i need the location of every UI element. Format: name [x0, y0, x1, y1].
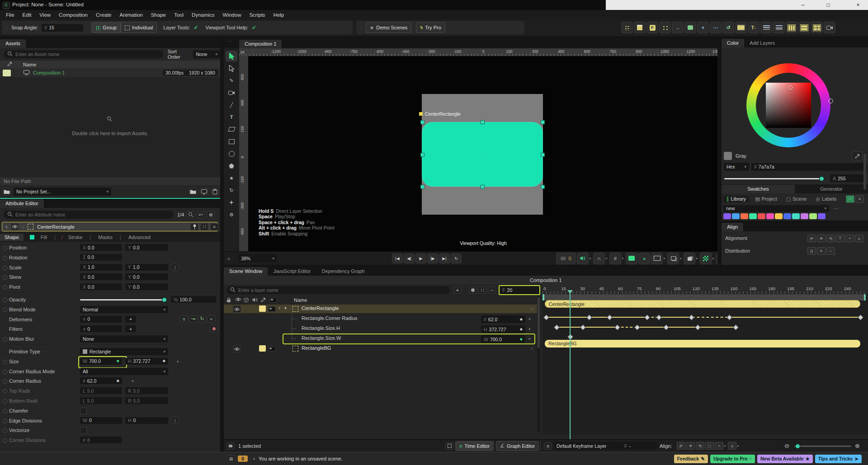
f-badge-icon[interactable]: F	[646, 22, 658, 33]
list-scrollbar-thumb[interactable]	[538, 297, 540, 348]
keyframe-toggle-icon[interactable]	[3, 419, 7, 423]
rectangle-tool[interactable]	[226, 136, 237, 147]
select-tool[interactable]	[226, 51, 237, 61]
attribute-field[interactable]: Y0.0	[125, 273, 168, 280]
sv-cursor[interactable]	[788, 85, 793, 90]
timeline-zoom-knob[interactable]	[795, 444, 800, 449]
link-fields-icon[interactable]: ↕	[171, 263, 179, 271]
alpha-slider[interactable]	[724, 178, 823, 179]
layers-button[interactable]	[667, 253, 679, 264]
timeline-zoom-slider[interactable]	[794, 446, 851, 447]
camera-toggle-icon[interactable]	[269, 297, 277, 303]
eye-icon[interactable]	[233, 305, 241, 313]
speaker-icon[interactable]	[252, 297, 258, 302]
drag-grip-icon[interactable]: ⋮	[359, 25, 363, 30]
route-arrow-icon[interactable]: →	[672, 22, 684, 33]
grid-button[interactable]: #	[609, 253, 621, 264]
new-beta-available-button[interactable]: New Beta Available★	[757, 455, 813, 463]
layer-row-rectanglebg[interactable]: RectangleBG○	[224, 344, 537, 353]
attribute-field[interactable]: R5.0	[125, 387, 168, 394]
stagger-b-icon[interactable]	[773, 22, 785, 33]
menu-scripts[interactable]: Scripts	[245, 12, 269, 18]
scatter-dots-icon[interactable]	[659, 22, 671, 33]
camera-tool[interactable]	[226, 87, 237, 98]
attribute-field[interactable]: #62.0◆	[80, 377, 122, 384]
expander-icon[interactable]: ▸	[606, 256, 608, 260]
eyedropper-icon[interactable]	[261, 297, 266, 302]
keyframe-toggle-icon[interactable]	[3, 337, 7, 342]
add-button[interactable]: +	[125, 325, 136, 332]
individual-button[interactable]: Individual	[121, 22, 157, 33]
star-tool[interactable]: ★	[226, 173, 237, 183]
expander-icon[interactable]: ▸	[724, 444, 726, 448]
keyframe-diamond[interactable]	[554, 324, 560, 330]
monitor-icon[interactable]	[200, 188, 208, 195]
keyframe-diamond[interactable]	[607, 315, 613, 320]
color-swatch-1[interactable]	[732, 213, 740, 219]
attribute-field[interactable]: Y0.0	[125, 244, 168, 251]
distribute-v-button[interactable]: ≡	[817, 247, 826, 255]
graph-icon[interactable]: ↝	[189, 315, 197, 323]
attribute-field[interactable]: X1.0	[80, 264, 122, 271]
attribute-field[interactable]: L5.0	[80, 397, 122, 404]
attribute-field[interactable]: Z0.0	[80, 254, 122, 261]
step-back-button[interactable]: ◀|	[404, 254, 415, 263]
options-dots-icon[interactable]: ∷	[200, 223, 208, 230]
color-swatch-7[interactable]	[783, 213, 791, 219]
target-circle-icon[interactable]: ○	[530, 306, 533, 311]
color-swatch-6[interactable]	[775, 213, 783, 219]
keyframe-toggle-icon[interactable]	[3, 266, 7, 270]
selection-handle[interactable]	[420, 120, 425, 124]
attribute-field[interactable]: ≡0	[80, 325, 122, 332]
tab-assets[interactable]: Assets	[0, 39, 26, 48]
opacity-field[interactable]: %100.0	[171, 296, 216, 303]
stagger-a-icon[interactable]	[760, 22, 772, 33]
splitter[interactable]	[717, 38, 722, 265]
selection-handle[interactable]	[481, 120, 485, 124]
tab-library[interactable]: ∥Library	[723, 196, 749, 202]
link-fields-icon[interactable]: ↕	[171, 417, 179, 424]
expander-icon[interactable]: ▸	[696, 256, 698, 260]
color-swatch-2[interactable]	[741, 213, 748, 219]
keyframe-toggle-icon[interactable]	[3, 399, 7, 404]
expander-icon[interactable]: ▸	[664, 256, 665, 260]
distribute-h-button[interactable]: |∣	[807, 247, 816, 255]
attribute-field[interactable]: X0.0	[80, 283, 122, 290]
timeline-area[interactable]: 0153045607590105120135150165180195210225…	[542, 285, 868, 435]
menu-help[interactable]: Help	[269, 12, 288, 18]
viewport-tool-help-check-icon[interactable]: ✓	[252, 24, 256, 31]
tag-counter-button[interactable]: 0	[556, 253, 576, 264]
keyframe-diamond[interactable]	[689, 315, 694, 320]
cube-icon[interactable]	[634, 22, 646, 33]
keyframe-diamond[interactable]	[614, 324, 620, 330]
eyedropper-button[interactable]	[852, 151, 863, 160]
tab-scene-window[interactable]: Scene Window	[224, 267, 268, 276]
align-left-button[interactable]: |≡	[807, 235, 816, 242]
add-layer-icon[interactable]: +	[453, 287, 462, 294]
saturation-value-box[interactable]	[766, 83, 811, 128]
layer-row-rectangle-size-h[interactable]: Rectangle.Size.HH372.727◆▸	[224, 324, 537, 333]
graph-editor-button[interactable]: ∠Graph Editor	[496, 441, 539, 451]
timeline-ruler[interactable]: 0153045607590105120135150165180195210225…	[542, 285, 868, 294]
log-icon[interactable]: ▤	[227, 455, 235, 462]
attribute-dropdown[interactable]: None▾	[80, 335, 168, 343]
keyframe-toggle-icon[interactable]	[3, 389, 7, 394]
step-forward-button[interactable]: |▶	[427, 254, 438, 263]
text-tool[interactable]: T	[226, 112, 237, 122]
maximize-button[interactable]: □	[818, 0, 838, 10]
viewport-canvas[interactable]: CenterRectangle Hold SDirect Layer Selec…	[248, 56, 717, 251]
keyframe-diamond[interactable]	[858, 315, 863, 320]
dots-grid-icon[interactable]	[621, 22, 633, 33]
onion-skin-icon[interactable]	[469, 287, 477, 294]
next-keyframe-icon[interactable]: ▸	[529, 317, 531, 321]
line-tool[interactable]: ╱	[226, 99, 237, 110]
keyframe-toggle-icon[interactable]	[3, 409, 7, 413]
layer-color-swatch[interactable]	[259, 305, 266, 312]
expander-icon[interactable]: ▸	[712, 256, 714, 260]
keyframe-toggle-icon[interactable]	[3, 285, 7, 290]
align-center-h-button[interactable]: ≑	[817, 235, 826, 242]
palette-dropdown[interactable]: new▾	[723, 205, 829, 212]
group-button[interactable]: Group	[91, 22, 121, 33]
align-top-button[interactable]: ⊤	[836, 235, 844, 242]
tab-advanced[interactable]: Advanced	[124, 234, 155, 241]
